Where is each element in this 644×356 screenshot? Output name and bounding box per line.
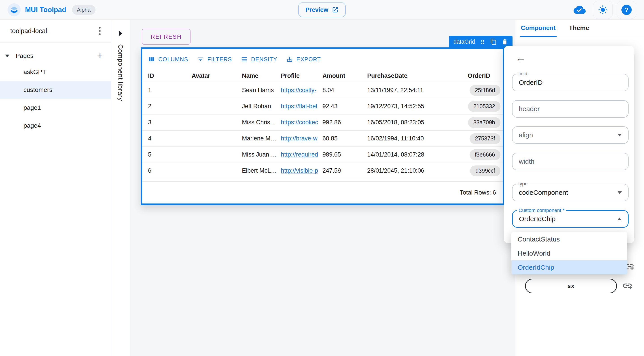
grid-export-label: EXPORT: [296, 56, 321, 62]
menu-item-orderidchip[interactable]: OrderIdChip: [512, 260, 627, 274]
cell-amount: 989.65: [322, 151, 367, 158]
profile-link[interactable]: https://flat-bel: [281, 103, 317, 110]
cell-purchase-date: 16/05/2018, 08:23:05: [367, 119, 463, 126]
sidebar-item-customers[interactable]: customers: [0, 81, 111, 99]
grid-columns-button[interactable]: COLUMNS: [148, 56, 188, 62]
column-header-orderid[interactable]: OrderID: [463, 72, 503, 80]
field-input[interactable]: field OrderID: [512, 74, 628, 91]
chevron-down-icon: [618, 134, 622, 136]
pages-sidebar: toolpad-local Pages + askGPT customers p…: [0, 20, 111, 356]
profile-link[interactable]: https://costly-: [281, 87, 316, 94]
column-header-id[interactable]: ID: [148, 72, 192, 80]
project-name: toolpad-local: [10, 27, 47, 35]
order-id-chip: 275373f: [470, 133, 500, 144]
expand-component-library-icon[interactable]: [119, 30, 122, 36]
header-input-placeholder: header: [519, 105, 540, 113]
cell-purchase-date: 16/02/1994, 11:10:40: [367, 135, 463, 142]
profile-link[interactable]: http://brave-w: [281, 135, 318, 142]
selected-component-chip[interactable]: dataGrid: [449, 36, 512, 48]
cell-name: Elbert McL…: [242, 167, 281, 174]
table-row[interactable]: 4 Marlene M… http://brave-w 60.85 16/02/…: [142, 130, 503, 147]
align-select[interactable]: align: [512, 126, 628, 144]
custom-component-value: OrderIdChip: [519, 215, 556, 223]
back-button[interactable]: ←: [516, 52, 526, 63]
table-row[interactable]: 6 Elbert McL… http://visible-p 247.59 28…: [142, 163, 503, 179]
drag-handle-icon[interactable]: [480, 39, 486, 45]
sidebar-item-page1[interactable]: page1: [0, 99, 111, 117]
component-library-label: Component library: [117, 44, 124, 101]
view-column-icon: [148, 56, 155, 62]
column-header-profile[interactable]: Profile: [281, 72, 322, 80]
page-item-label: page4: [24, 122, 41, 129]
menu-item-contactstatus[interactable]: ContactStatus: [512, 232, 627, 246]
page-item-label: askGPT: [24, 68, 46, 76]
cell-name: Sean Harris: [242, 87, 281, 94]
profile-link[interactable]: https://cookec: [281, 119, 318, 126]
cell-purchase-date: 19/12/2073, 14:52:55: [367, 103, 463, 110]
preview-button[interactable]: Preview: [298, 2, 346, 17]
grid-density-label: DENSITY: [251, 56, 277, 62]
inspector-tabs: Component Theme: [516, 20, 644, 37]
table-row[interactable]: 5 Miss Juan … http://required 989.65 14/…: [142, 147, 503, 163]
order-id-chip: 25f186d: [470, 85, 500, 96]
sx-add-binding-button[interactable]: [622, 280, 633, 291]
custom-component-select[interactable]: Custom component * OrderIdChip: [512, 210, 628, 228]
cell-name: Marlene M…: [242, 135, 281, 142]
sidebar-item-askgpt[interactable]: askGPT: [0, 63, 111, 81]
column-header-amount[interactable]: Amount: [322, 72, 367, 80]
table-row[interactable]: 1 Sean Harris https://costly- 8.04 13/11…: [142, 82, 503, 98]
cell-name: Miss Chris…: [242, 119, 281, 126]
column-header-purchasedate[interactable]: PurchaseDate: [367, 72, 463, 80]
sun-icon: [598, 5, 608, 15]
theme-mode-button[interactable]: [593, 1, 613, 19]
table-row[interactable]: 2 Jeff Rohan https://flat-bel 92.43 19/1…: [142, 98, 503, 114]
pages-section-label: Pages: [16, 52, 33, 60]
profile-link[interactable]: http://visible-p: [281, 167, 318, 174]
preview-button-label: Preview: [306, 6, 328, 14]
type-select-value: codeComponent: [519, 189, 568, 196]
width-input-placeholder: width: [519, 158, 534, 165]
app-title: MUI Toolpad: [25, 6, 66, 14]
column-header-name[interactable]: Name: [242, 72, 281, 80]
toolpad-logo-icon: [8, 3, 20, 16]
table-row[interactable]: 3 Miss Chris… https://cookec 992.86 16/0…: [142, 114, 503, 130]
refresh-button[interactable]: REFRESH: [142, 28, 190, 45]
profile-link[interactable]: http://required: [281, 151, 318, 158]
add-page-button[interactable]: +: [97, 51, 103, 61]
cell-id: 2: [148, 103, 192, 110]
cell-purchase-date: 28/01/2045, 21:10:06: [367, 167, 463, 174]
cell-amount: 60.85: [322, 135, 367, 142]
order-id-chip: 2105332: [468, 101, 500, 112]
total-rows-label: Total Rows: 6: [460, 189, 496, 196]
duplicate-component-icon[interactable]: [490, 38, 497, 45]
selected-component-label: dataGrid: [454, 38, 475, 45]
grid-export-button[interactable]: EXPORT: [286, 56, 321, 62]
cell-id: 5: [148, 151, 192, 158]
sidebar-item-page4[interactable]: page4: [0, 117, 111, 134]
width-input[interactable]: width: [512, 153, 628, 170]
align-select-placeholder: align: [519, 131, 533, 139]
tab-theme[interactable]: Theme: [568, 20, 590, 37]
sx-button[interactable]: sx: [525, 279, 617, 294]
tab-component[interactable]: Component: [520, 20, 556, 37]
order-id-chip: 33a709b: [468, 117, 500, 128]
cloud-synced-icon: [573, 5, 586, 15]
cell-id: 1: [148, 87, 192, 94]
grid-density-button[interactable]: DENSITY: [241, 56, 277, 62]
header-input[interactable]: header: [512, 100, 628, 118]
grid-columns-label: COLUMNS: [158, 56, 188, 62]
grid-filters-button[interactable]: FILTERS: [197, 56, 232, 62]
chevron-up-icon: [617, 218, 622, 220]
project-menu-button[interactable]: [97, 25, 103, 37]
menu-item-helloworld[interactable]: HelloWorld: [512, 246, 627, 260]
collapse-triangle-icon[interactable]: [5, 54, 10, 57]
component-library-strip: Component library: [111, 20, 130, 356]
help-button[interactable]: ?: [617, 1, 636, 19]
delete-component-icon[interactable]: [501, 38, 508, 45]
type-select[interactable]: type codeComponent: [512, 184, 628, 201]
grid-toolbar: COLUMNS FILTERS DENSITY EXPORT: [142, 49, 503, 70]
alpha-badge: Alpha: [72, 5, 96, 15]
column-header-avatar[interactable]: Avatar: [192, 72, 242, 80]
data-grid-component[interactable]: COLUMNS FILTERS DENSITY EXPORT ID Avatar…: [141, 48, 504, 205]
cell-purchase-date: 13/11/1997, 22:54:11: [367, 87, 463, 94]
